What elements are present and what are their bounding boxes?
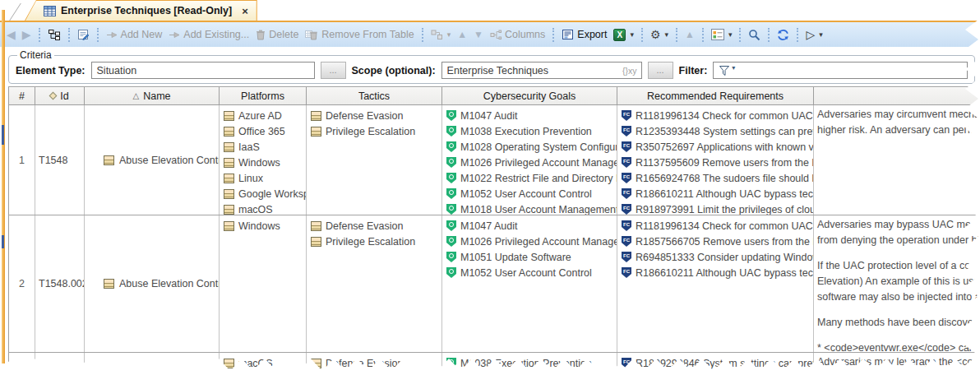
filter-input[interactable]: ▾: [713, 62, 968, 79]
refresh-button[interactable]: [774, 27, 793, 43]
description-cell[interactable]: Adversaries may circumvent mechanhigher …: [814, 105, 980, 215]
platform-item: macOS: [224, 201, 306, 215]
requirement-item: FCR186610211 Although UAC bypass techn: [622, 265, 813, 280]
move-down-icon: ▼: [474, 30, 483, 39]
requirement-shield-icon: FC: [622, 157, 631, 168]
header-tactics[interactable]: Tactics: [307, 86, 442, 105]
header-name[interactable]: △Name: [85, 86, 220, 105]
goals-cell[interactable]: M1047 AuditM1038 Execution PreventionM10…: [442, 105, 617, 215]
element-icon: [224, 127, 234, 137]
toolbar-group-structure: ▾ ▲ ▼ Columns: [428, 27, 549, 42]
goal-item: M1052 User Account Control: [446, 186, 617, 201]
mitigation-shield-icon: [446, 141, 456, 152]
tactic-item-label: Defense Evasion: [326, 110, 404, 122]
requirement-shield-icon: FC: [622, 267, 631, 278]
table-row[interactable]: macOSDefense EvasionM1038 Execution Prev…: [8, 353, 980, 375]
tactics-cell[interactable]: Defense EvasionPrivilege Escalation: [307, 105, 442, 215]
settings-button[interactable]: ⚙ ▾: [647, 27, 672, 42]
run-button[interactable]: ▷ ▾: [802, 27, 825, 42]
header-number[interactable]: #: [8, 86, 35, 105]
move-up-button[interactable]: ▲: [454, 28, 470, 41]
description-line: If the UAC protection level of a comp: [817, 258, 980, 274]
goal-item-label: M1052 User Account Control: [460, 188, 592, 200]
element-icon: [224, 359, 234, 368]
platforms-cell[interactable]: Windows: [220, 215, 307, 352]
goals-cell[interactable]: M1047 AuditM1026 Privileged Account Mana…: [442, 215, 617, 352]
description-cell[interactable]: Adversaries may leverage the <code>: [814, 353, 980, 375]
remove-from-table-button[interactable]: Remove From Table: [302, 27, 417, 42]
id-cell[interactable]: [35, 353, 85, 375]
edit-form-button[interactable]: [74, 27, 93, 42]
tab-enterprise-techniques[interactable]: Enterprise Techniques [Read-Only] ×: [25, 0, 257, 21]
collapse-button[interactable]: ▲: [682, 28, 698, 41]
row-number-cell[interactable]: 2: [8, 215, 35, 352]
goals-cell[interactable]: M1038 Execution Prevention: [442, 353, 617, 375]
export-label: Export: [577, 29, 607, 40]
forward-button[interactable]: ▶: [19, 27, 35, 42]
element-icon: [224, 158, 234, 168]
scope-browse-button[interactable]: ...: [648, 62, 673, 79]
header-description[interactable]: [814, 86, 980, 105]
create-nested-button[interactable]: ▾: [428, 28, 455, 42]
requirement-item: FCR1181996134 Check for common UAC by: [622, 108, 813, 123]
search-button[interactable]: [745, 27, 764, 43]
platform-item: IaaS: [224, 139, 306, 155]
edit-form-icon: [77, 29, 90, 40]
mitigation-shield-icon: [446, 126, 456, 137]
name-cell[interactable]: Abuse Elevation Contro: [85, 105, 220, 215]
requirements-cell[interactable]: FCR1809299846 System settings can preven: [617, 353, 814, 375]
move-down-button[interactable]: ▼: [470, 28, 487, 41]
containment-tree-button[interactable]: [44, 27, 64, 43]
description-cell[interactable]: Adversaries may bypass UAC mechafrom den…: [814, 215, 980, 352]
platform-item: Windows: [224, 155, 306, 170]
goal-item-label: M1047 Audit: [460, 110, 518, 122]
collapse-icon: ▲: [685, 30, 695, 39]
toolbar-grip: [97, 28, 99, 42]
element-type-browse-button[interactable]: ...: [321, 62, 346, 79]
tactics-cell[interactable]: Defense EvasionPrivilege Escalation: [307, 215, 442, 352]
row-number-cell[interactable]: [8, 353, 35, 375]
tab-close-button[interactable]: ×: [242, 5, 248, 17]
back-button[interactable]: ◀: [3, 27, 19, 42]
header-platforms[interactable]: Platforms: [220, 86, 307, 105]
platform-item-label: macOS: [238, 204, 273, 215]
remove-from-table-label: Remove From Table: [321, 29, 414, 40]
delete-button[interactable]: Delete: [252, 27, 302, 42]
columns-button[interactable]: Columns: [487, 27, 548, 42]
legend-button[interactable]: ▾: [708, 27, 736, 42]
platform-item-label: Azure AD: [238, 110, 282, 122]
requirements-cell[interactable]: FCR1181996134 Check for common UAC byFCR…: [617, 215, 814, 352]
element-type-input[interactable]: Situation: [91, 62, 315, 79]
platform-item: Azure AD: [224, 108, 306, 123]
add-existing-button[interactable]: Add Existing...: [165, 27, 252, 42]
mitigation-shield-icon: [446, 267, 456, 278]
requirement-item: FCR186610211 Although UAC bypass techn: [622, 186, 813, 201]
requirement-item: FCR1235393448 System settings can preven: [622, 123, 813, 139]
id-cell[interactable]: T1548.002: [35, 215, 85, 352]
tactic-item: Defense Evasion: [311, 218, 441, 234]
remove-from-table-icon: [305, 30, 318, 40]
table-row[interactable]: 1T1548Abuse Elevation ControAzure ADOffi…: [8, 105, 980, 215]
header-requirements[interactable]: Recommended Requirements: [617, 86, 814, 105]
requirement-item-label: R350752697 Applications with known vul: [636, 141, 814, 153]
dropdown-caret-icon: ▾: [665, 30, 669, 39]
tactics-cell[interactable]: Defense Evasion: [307, 353, 442, 375]
name-cell[interactable]: Abuse Elevation Contro: [85, 215, 220, 352]
platform-item-label: macOS: [238, 358, 273, 369]
platforms-cell[interactable]: Azure ADOffice 365IaaSWindowsLinuxGoogle…: [220, 105, 307, 215]
table-row[interactable]: 2T1548.002Abuse Elevation ControWindowsD…: [8, 215, 980, 353]
goal-item-label: M1018 User Account Management: [460, 204, 617, 215]
header-goals[interactable]: Cybersecurity Goals: [442, 86, 617, 105]
requirements-cell[interactable]: FCR1181996134 Check for common UAC byFCR…: [617, 105, 814, 215]
export-excel-button[interactable]: X ▾: [610, 27, 637, 43]
add-new-button[interactable]: Add New: [103, 27, 166, 42]
scope-input[interactable]: Enterprise Techniques {}xy: [441, 62, 642, 79]
export-button[interactable]: Export: [558, 27, 610, 42]
header-id[interactable]: Id: [35, 86, 85, 105]
platforms-cell[interactable]: macOS: [220, 353, 307, 375]
requirement-item-label: R1809299846 System settings can preven: [636, 358, 814, 369]
id-cell[interactable]: T1548: [35, 105, 85, 215]
platform-item: macOS: [224, 355, 306, 371]
name-cell[interactable]: [85, 353, 220, 375]
row-number-cell[interactable]: 1: [8, 105, 35, 215]
